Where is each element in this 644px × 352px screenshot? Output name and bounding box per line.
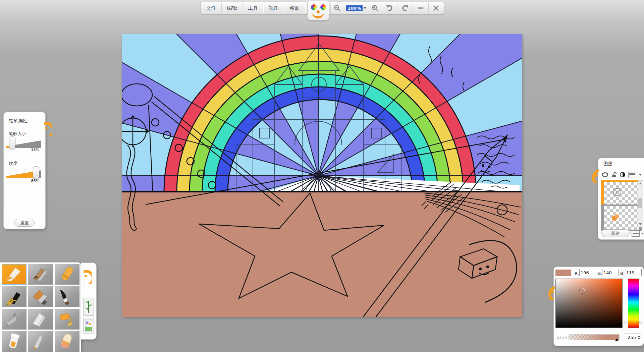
contrast-icon[interactable]: [620, 172, 626, 178]
tool-pencil[interactable]: [2, 264, 26, 285]
bamboo-stamp-icon: [85, 299, 92, 314]
tool-palette-knife[interactable]: [28, 309, 53, 330]
current-color-swatch: [555, 270, 571, 276]
panel-title: 铅笔属性: [9, 118, 28, 124]
fountain-pen-icon: [4, 288, 24, 305]
spinner-down-icon[interactable]: [638, 338, 640, 340]
brush-size-value: 15%: [31, 148, 39, 152]
layer-menu-icon[interactable]: [628, 172, 636, 178]
chevron-down-icon[interactable]: [639, 174, 642, 176]
scroll-down-icon[interactable]: [639, 223, 642, 225]
visibility-eye-icon[interactable]: [601, 172, 609, 177]
hue-marker-left-icon[interactable]: ▷: [624, 320, 627, 324]
layer-thumbnail-2[interactable]: [601, 204, 642, 231]
tool-fountain-pen[interactable]: [2, 286, 26, 307]
layers-panel-title: 图层: [603, 161, 612, 167]
tool-ink-brush[interactable]: [55, 286, 79, 307]
softness-label: 软度: [9, 161, 17, 167]
spinner-up-icon[interactable]: [638, 335, 640, 337]
tool-paint-tube[interactable]: [2, 331, 26, 352]
alpha-input[interactable]: [625, 334, 637, 341]
new-layer-button[interactable]: 新建: [601, 229, 630, 237]
paint-roller-icon: [57, 311, 77, 328]
close-icon: [432, 4, 440, 12]
pencil-properties-panel: 铅笔属性 笔触大小 15% 软度 86% 重置: [3, 112, 46, 229]
crayon-icon: [57, 266, 77, 283]
clown-left-eye-icon: [310, 4, 317, 11]
pencil-icon: [4, 266, 24, 283]
ground-fill: [122, 192, 522, 317]
tool-paint-roller[interactable]: [55, 309, 79, 330]
color-panel-grab-handle[interactable]: [547, 284, 555, 300]
sketch-pencil-icon: [30, 266, 51, 283]
redo-button[interactable]: [397, 2, 413, 14]
layers-options-icon[interactable]: [632, 230, 640, 237]
airbrush-icon: [4, 311, 24, 328]
layer1-sketch-content: [604, 182, 633, 202]
brush-size-label: 笔触大小: [9, 131, 26, 137]
layers-grab-handle[interactable]: [591, 168, 599, 183]
tool-airbrush[interactable]: [2, 309, 26, 330]
main-toolbar: 文件 编辑 工具 视图 帮助 100%: [201, 2, 444, 14]
panel-grab-handle[interactable]: [44, 120, 52, 136]
chevron-down-icon[interactable]: [364, 7, 366, 9]
red-label: R:: [575, 271, 579, 276]
bamboo-stamp-button[interactable]: [83, 298, 94, 316]
clown-smile-icon: [312, 11, 324, 18]
softness-slider-handle[interactable]: [33, 166, 39, 179]
minimize-button[interactable]: [413, 2, 428, 14]
palette-grab-handle[interactable]: [84, 268, 92, 284]
menu-file[interactable]: 文件: [201, 2, 221, 14]
tool-liner-pen[interactable]: [28, 331, 53, 352]
picture-stamp-icon: [85, 319, 92, 332]
chevron-down-icon[interactable]: [641, 233, 644, 234]
alpha-marker-icon[interactable]: [615, 338, 619, 341]
palette-side-strip: [81, 262, 97, 340]
menu-help[interactable]: 帮助: [284, 2, 305, 14]
tool-sketch-pencil[interactable]: [28, 264, 53, 285]
alpha-slider[interactable]: [569, 334, 620, 340]
hue-marker-right-icon[interactable]: ◁: [639, 320, 642, 324]
close-button[interactable]: [429, 2, 444, 14]
tool-eraser[interactable]: [55, 331, 79, 352]
mascot-button[interactable]: [305, 2, 330, 14]
reset-button[interactable]: 重置: [14, 219, 35, 227]
menu-tools[interactable]: 工具: [243, 2, 263, 14]
drawing-canvas[interactable]: [122, 34, 522, 317]
tool-crayon[interactable]: [55, 264, 79, 285]
lock-open-icon[interactable]: [611, 172, 617, 178]
blue-label: B:: [620, 271, 625, 276]
magnifier-plus-icon: [371, 4, 379, 12]
zoom-in-button[interactable]: [368, 2, 381, 14]
zoom-out-button[interactable]: [331, 2, 344, 14]
sunburst-sky: [122, 34, 522, 192]
redo-arrow-icon: [401, 4, 409, 12]
alpha-spinner: [625, 334, 641, 341]
layer-thumbnail-1[interactable]: [601, 180, 642, 207]
layers-scrollbar[interactable]: [638, 180, 643, 227]
scroll-up-icon[interactable]: [639, 182, 642, 184]
eraser-icon: [57, 333, 77, 350]
magnifier-minus-icon: [333, 4, 341, 12]
layer2-blob-content: [604, 206, 633, 226]
red-input[interactable]: [579, 269, 596, 276]
scrollbar-thumb[interactable]: [638, 198, 642, 208]
brush-size-slider-handle[interactable]: [9, 136, 15, 149]
zoom-value[interactable]: 100%: [346, 5, 363, 11]
tool-palette-panel: [0, 262, 81, 352]
palette-knife-icon: [30, 311, 51, 328]
zoom-level-control[interactable]: 100%: [344, 2, 368, 14]
liner-pen-icon: [30, 333, 51, 350]
color-field-marker[interactable]: [580, 288, 585, 293]
tool-flat-brush[interactable]: [28, 286, 53, 307]
menu-view[interactable]: 视图: [263, 2, 284, 14]
picture-stamp-button[interactable]: [83, 318, 94, 333]
green-input[interactable]: [602, 269, 619, 276]
paint-tube-icon: [4, 333, 24, 350]
hue-slider[interactable]: [628, 279, 639, 328]
undo-button[interactable]: [382, 2, 397, 14]
saturation-value-field[interactable]: [555, 279, 623, 328]
blue-input[interactable]: [625, 269, 642, 276]
menu-edit[interactable]: 编辑: [222, 2, 242, 14]
softness-slider[interactable]: [6, 166, 41, 179]
